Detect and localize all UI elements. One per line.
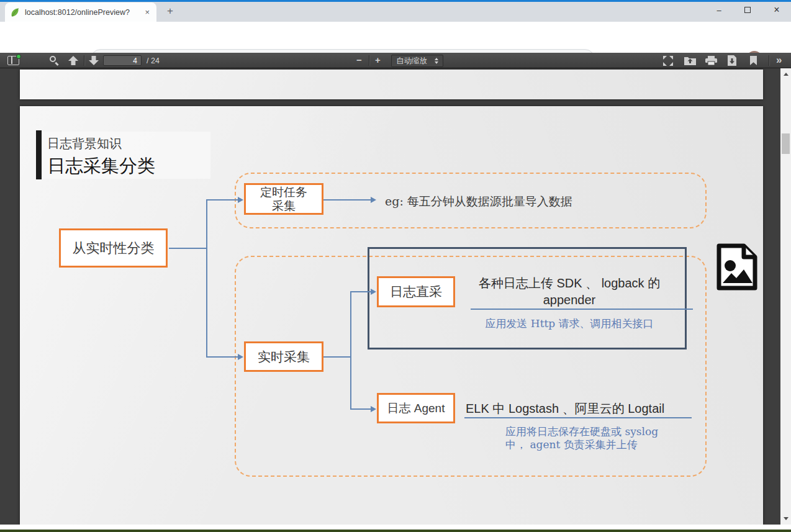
pdf-toolbar: / 24 − + 自动缩放 » (0, 53, 791, 68)
slide-subtitle: 日志背景知识 (47, 135, 210, 152)
maximize-button[interactable] (733, 0, 762, 20)
node-root: 从实时性分类 (59, 228, 168, 268)
pdf-viewer[interactable]: 日志背景知识 日志采集分类 从实时性分类 定时任务 采集 实时采集 日志直采 日… (0, 68, 791, 525)
arrowhead (371, 406, 376, 412)
connector-line (350, 291, 351, 410)
broken-image-icon (715, 243, 759, 293)
arrowhead (238, 197, 243, 203)
node-realtime: 实时采集 (244, 341, 323, 372)
title-accent-bar (36, 130, 42, 179)
zoom-out-icon[interactable]: − (356, 55, 362, 65)
timed-example-text: eg: 每五分钟从数据源批量导入数据 (385, 194, 572, 210)
window-bottom-strip (0, 525, 791, 530)
connector-line (206, 199, 238, 201)
slide-title: 日志采集分类 (47, 154, 210, 179)
connector-line (206, 199, 207, 358)
node-direct: 日志直采 (377, 276, 455, 307)
toolbar-separator (369, 55, 369, 66)
scroll-down-icon[interactable] (784, 517, 789, 520)
window-accent-line (0, 0, 791, 2)
direct-desc: 各种日志上传 SDK 、 logback 的 appender (448, 275, 690, 309)
direct-desc-line1: 各种日志上传 SDK 、 logback 的 (448, 275, 690, 292)
bookmark-icon[interactable] (750, 56, 757, 68)
connector-line (323, 199, 371, 201)
zoom-in-icon[interactable]: + (375, 55, 381, 65)
agent-note-line2: 中， agent 负责采集并上传 (505, 438, 658, 451)
zoom-select-arrows-icon (435, 58, 438, 64)
node-agent: 日志 Agent (377, 393, 455, 423)
connector-line (323, 356, 351, 358)
pdf-page-4: 日志背景知识 日志采集分类 从实时性分类 定时任务 采集 实时采集 日志直采 日… (20, 106, 763, 525)
more-tools-icon[interactable]: » (776, 54, 782, 66)
node-timed-line1: 定时任务 (260, 186, 307, 199)
browser-navbar: ← → ↻ ⌂ i localhost:8012/onlinePreview?u… (0, 22, 791, 53)
pdf-page-3-fragment (20, 70, 763, 99)
node-timed: 定时任务 采集 (244, 183, 323, 215)
spring-leaf-favicon (10, 7, 20, 17)
minimize-button[interactable]: – (705, 0, 733, 20)
agent-underline (464, 417, 692, 418)
find-icon[interactable] (50, 56, 56, 62)
desktop-edge-strip (0, 530, 791, 532)
direct-divider-line (471, 309, 693, 310)
arrowhead (371, 289, 376, 295)
maximize-icon (744, 7, 751, 13)
arrowhead (371, 197, 376, 203)
tab-close-icon[interactable]: × (143, 7, 151, 17)
connector-line (169, 248, 207, 249)
title-block: 日志背景知识 日志采集分类 (42, 132, 210, 179)
download-icon[interactable] (728, 55, 736, 68)
arrowhead (238, 354, 243, 360)
toolbar-separator (769, 55, 769, 66)
agent-desc: ELK 中 Logstash 、阿里云的 Logtail (466, 400, 664, 417)
browser-tab[interactable]: localhost:8012/onlinePreview? × (5, 2, 156, 22)
window-titlebar: localhost:8012/onlinePreview? × + – × (0, 0, 791, 22)
close-button[interactable]: × (762, 0, 791, 20)
connector-line (206, 356, 238, 358)
toolbar-separator (84, 55, 84, 66)
sidebar-notification-dot (16, 54, 21, 59)
scroll-up-icon[interactable] (784, 73, 789, 76)
direct-desc-line2: appender (448, 292, 690, 309)
open-file-icon[interactable] (684, 56, 696, 68)
print-icon[interactable] (705, 56, 717, 68)
zoom-select[interactable]: 自动缩放 (391, 55, 443, 67)
connector-line (350, 408, 371, 410)
page-up-icon[interactable] (68, 56, 78, 68)
page-down-icon[interactable] (89, 56, 99, 68)
connector-line (350, 291, 371, 292)
agent-note-line1: 应用将日志保存在硬盘或 syslog (505, 425, 658, 438)
tab-title: localhost:8012/onlinePreview? (25, 8, 143, 17)
node-timed-line2: 采集 (272, 199, 296, 213)
agent-note: 应用将日志保存在硬盘或 syslog 中， agent 负责采集并上传 (505, 425, 658, 451)
zoom-select-label: 自动缩放 (396, 56, 427, 66)
page-number-input[interactable] (103, 55, 142, 66)
new-tab-button[interactable]: + (163, 5, 178, 17)
scrollbar-thumb[interactable] (782, 133, 790, 154)
presentation-mode-icon[interactable] (663, 56, 673, 68)
direct-note: 应用发送 Http 请求、调用相关接口 (448, 317, 690, 331)
vertical-scrollbar[interactable] (780, 68, 791, 525)
page-count-label: / 24 (147, 56, 160, 65)
